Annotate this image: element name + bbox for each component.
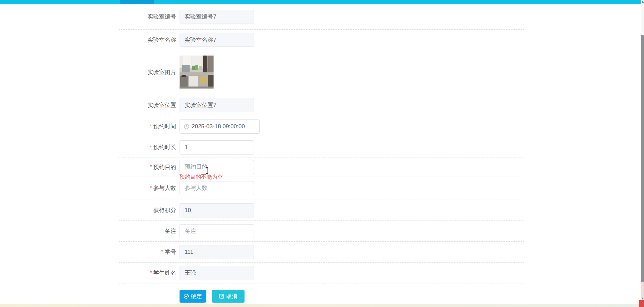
required-marker: * <box>161 249 163 255</box>
lab-number-input <box>180 10 254 24</box>
field-row-student-id: * 学号 <box>119 242 524 263</box>
field-label: 实验室图片 <box>148 68 176 76</box>
remarks-input[interactable] <box>180 224 254 238</box>
clock-icon <box>184 124 189 129</box>
lab-photo-image <box>180 56 214 89</box>
purpose-error-message: 预约目的不能为空 <box>180 174 223 180</box>
field-label: 学号 <box>165 248 176 256</box>
field-label: 获得积分 <box>153 206 176 214</box>
student-name-input <box>180 266 254 280</box>
field-label: 备注 <box>165 227 176 235</box>
required-marker: * <box>150 144 152 150</box>
lab-name-input <box>180 33 254 47</box>
field-row-lab-location: 实验室位置 <box>119 94 524 116</box>
scrollbar-thumb[interactable] <box>641 35 644 282</box>
required-marker: * <box>150 164 152 170</box>
close-square-icon <box>219 294 224 299</box>
top-app-bar <box>0 0 641 4</box>
reservation-time-input[interactable]: 2025-03-18 09:00:00 <box>180 120 260 134</box>
reservation-form: 实验室编号 实验室名称 实验室图片 <box>119 4 524 303</box>
required-marker: * <box>150 270 152 276</box>
field-row-points: 获得积分 <box>119 200 524 221</box>
field-label: 实验室位置 <box>148 101 176 109</box>
text-cursor-icon <box>205 167 208 174</box>
form-actions: 确定 取消 <box>119 283 524 303</box>
bottom-right-red-marker <box>639 300 644 307</box>
confirm-button-label: 确定 <box>191 293 202 300</box>
required-marker: * <box>150 185 152 191</box>
field-label: 参与人数 <box>153 184 176 192</box>
field-row-student-name: * 学生姓名 <box>119 263 524 283</box>
field-row-duration: * 预约时长 <box>119 137 524 158</box>
check-circle-icon <box>184 294 189 299</box>
duration-input[interactable] <box>180 140 254 155</box>
vertical-scrollbar[interactable] <box>641 0 644 307</box>
cancel-button[interactable]: 取消 <box>212 290 245 303</box>
field-row-lab-photo: 实验室图片 <box>119 50 524 94</box>
cancel-button-label: 取消 <box>226 293 237 300</box>
student-id-input <box>180 245 254 259</box>
topbar-active-segment <box>120 0 154 4</box>
confirm-button[interactable]: 确定 <box>180 290 206 303</box>
field-label: 实验室名称 <box>148 36 176 44</box>
field-label: 学生姓名 <box>153 269 176 277</box>
scroll-up-arrow-icon[interactable] <box>641 1 644 3</box>
field-row-lab-name: 实验室名称 <box>119 30 524 50</box>
field-row-participants: * 参与人数 <box>119 176 524 200</box>
scroll-down-arrow-icon[interactable] <box>641 298 644 300</box>
page: 实验室编号 实验室名称 实验室图片 <box>0 0 644 307</box>
scrollbar-track-highlight <box>641 282 644 297</box>
field-row-lab-number: 实验室编号 <box>119 4 524 30</box>
field-row-purpose: * 预约目的 预约目的不能为空 <box>119 158 524 176</box>
field-label: 预约时间 <box>153 123 176 130</box>
points-input <box>180 203 254 217</box>
field-label: 预约时长 <box>153 143 176 151</box>
reservation-time-value: 2025-03-18 09:00:00 <box>192 123 245 130</box>
lab-location-input <box>180 98 254 112</box>
purpose-input[interactable] <box>180 160 254 174</box>
field-label: 预约目的 <box>153 163 176 171</box>
field-label: 实验室编号 <box>148 13 176 21</box>
participants-input[interactable] <box>180 181 254 195</box>
field-row-remarks: 备注 <box>119 221 524 242</box>
bottom-edge-strip <box>0 304 644 307</box>
required-marker: * <box>150 124 152 130</box>
field-row-reservation-time: * 预约时间 2025-03-18 09:00:00 <box>119 116 524 137</box>
